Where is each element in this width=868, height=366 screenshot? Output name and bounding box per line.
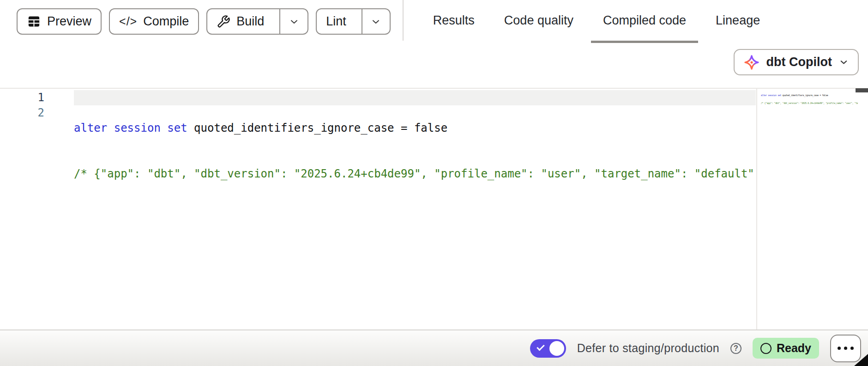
tab-label: Code quality (504, 13, 573, 28)
minimap-line: /* {"app": "dbt", "dbt_version": "2025.6… (761, 102, 858, 104)
mouse-cursor (854, 354, 868, 366)
tab-lineage[interactable]: Lineage (704, 0, 772, 43)
code-line-2: /* {"app": "dbt", "dbt_version": "2025.6… (74, 166, 756, 182)
compile-button[interactable]: </> Compile (109, 8, 199, 35)
code-content: alter session set quoted_identifiers_ign… (74, 90, 756, 212)
preview-button-label: Preview (47, 14, 91, 29)
wrench-icon (217, 15, 230, 29)
line-number: 1 (0, 90, 44, 105)
tab-label: Compiled code (603, 13, 686, 28)
sql-comment: /* {"app": "dbt", "dbt_version": "2025.6… (74, 167, 756, 180)
status-bar: Defer to staging/production ? Ready (0, 329, 868, 366)
build-button-label: Build (236, 14, 264, 29)
tab-code-quality[interactable]: Code quality (492, 0, 585, 43)
sql-text: quoted_identifiers_ignore_case = false (187, 122, 448, 134)
build-split-button: Build (206, 8, 308, 35)
ready-status-badge: Ready (753, 338, 819, 359)
preview-button[interactable]: Preview (17, 8, 102, 35)
sql-keyword: alter session set (74, 122, 187, 134)
compile-button-label: Compile (143, 14, 189, 29)
table-icon (27, 14, 41, 29)
dbt-copilot-button[interactable]: dbt Copilot (734, 49, 859, 75)
toggle-knob (549, 341, 564, 356)
chevron-down-icon (289, 16, 300, 27)
build-dropdown-button[interactable] (279, 9, 307, 34)
chevron-down-icon (838, 57, 849, 67)
minimap[interactable]: alter session set quoted_identifiers_ign… (756, 89, 868, 329)
ellipsis-icon (844, 347, 847, 350)
tab-results[interactable]: Results (421, 0, 487, 43)
defer-label: Defer to staging/production (577, 342, 719, 355)
lint-button[interactable]: Lint (317, 9, 356, 34)
ellipsis-icon (838, 347, 841, 350)
chevron-down-icon (370, 16, 381, 27)
defer-toggle[interactable] (530, 339, 566, 358)
lint-dropdown-button[interactable] (362, 9, 390, 34)
code-line-1: alter session set quoted_identifiers_ign… (74, 121, 756, 136)
ellipsis-icon (850, 347, 854, 350)
minimap-line: alter session set (761, 94, 781, 97)
tab-label: Lineage (716, 13, 760, 28)
compiled-code-editor[interactable]: 1 2 alter session set quoted_identifiers… (0, 88, 868, 329)
toolbar-divider (403, 0, 404, 41)
minimap-line: quoted_identifiers_ignore_case = false (781, 94, 828, 97)
lint-split-button: Lint (316, 8, 391, 35)
code-brackets-icon: </> (119, 15, 137, 28)
lint-button-label: Lint (326, 14, 346, 29)
check-icon (536, 342, 545, 351)
help-icon[interactable]: ? (730, 343, 741, 354)
minimap-clip: alter session set quoted_identifiers_ign… (761, 89, 858, 330)
dbt-copilot-label: dbt Copilot (766, 55, 832, 69)
tab-compiled-code[interactable]: Compiled code (591, 0, 698, 43)
toolbar: Preview </> Compile Build Lint (0, 0, 868, 43)
build-button[interactable]: Build (207, 9, 273, 34)
status-circle-icon (760, 343, 772, 354)
ready-label: Ready (777, 342, 811, 355)
line-number-gutter: 1 2 (0, 90, 44, 121)
tab-label: Results (433, 13, 475, 28)
minimap-slider[interactable] (856, 88, 868, 92)
line-number: 2 (0, 105, 44, 121)
code-area[interactable]: 1 2 alter session set quoted_identifiers… (0, 89, 756, 329)
minimap-content: alter session set quoted_identifiers_ign… (761, 89, 858, 110)
result-tabs: Results Code quality Compiled code Linea… (421, 0, 772, 43)
dbt-logo-icon (743, 54, 760, 71)
